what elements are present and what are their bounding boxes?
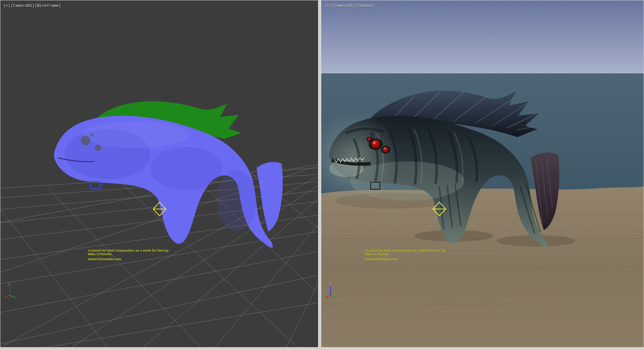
world-axis-tripod: z (323, 282, 341, 300)
credit-text: Created for Intel Corporation as a work … (88, 249, 170, 261)
viewport-menu-shading[interactable]: [Wireframe] (35, 3, 61, 8)
shaded-scene (321, 0, 644, 347)
axis-z-label: z (8, 282, 10, 286)
viewport-menu-general[interactable]: [+] (324, 3, 331, 8)
world-axis-tripod: z (3, 282, 20, 300)
viewport-menu-pov[interactable]: [Camera01] (11, 3, 34, 8)
credit-line-2: Mike O'Rourke (88, 252, 170, 256)
credit-line-3: www.fritzstudio.com (88, 257, 170, 261)
viewport-label: [+][Camera01][Wireframe] (3, 3, 61, 8)
sky (321, 0, 644, 75)
wireframe-scene (0, 0, 318, 347)
credit-line-2: Mike O'Rourke (365, 252, 447, 256)
axis-z-label: z (329, 282, 331, 286)
viewport-menu-general[interactable]: [+] (3, 3, 10, 8)
application-window: { "viewports": { "left": { "menu": { "ge… (0, 0, 644, 350)
credit-text: Created for Intel Corporation as a work … (365, 249, 447, 261)
fish-body-wireframe[interactable] (54, 116, 273, 248)
viewport-divider[interactable] (318, 0, 321, 350)
viewport-label: [+][Camera01][Shaded] (324, 3, 375, 8)
viewport-shaded[interactable]: [+][Camera01][Shaded] Created for Intel … (321, 0, 644, 347)
credit-line-3: www.fritzstudio.com (365, 257, 447, 261)
viewport-wireframe[interactable]: [+][Camera01][Wireframe] Created for Int… (0, 0, 318, 347)
viewport-menu-shading[interactable]: [Shaded] (356, 3, 375, 8)
viewport-menu-pov[interactable]: [Camera01] (332, 3, 355, 8)
